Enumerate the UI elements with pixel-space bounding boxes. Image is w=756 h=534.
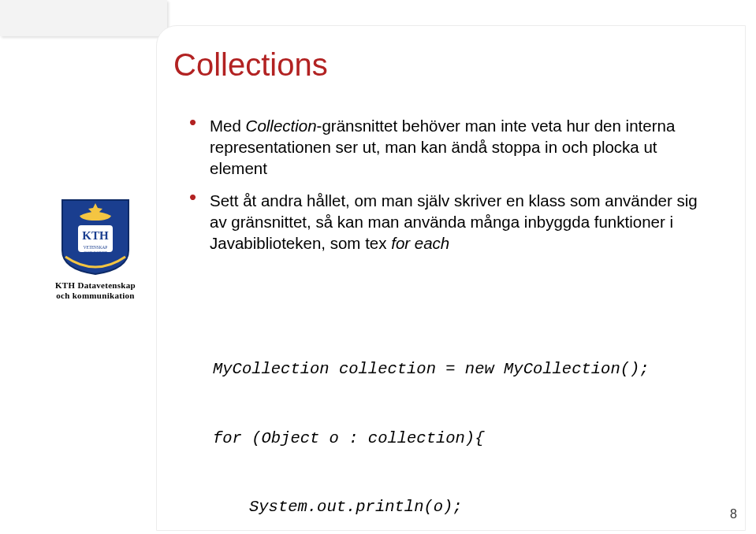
kth-dept-line1: KTH Datavetenskap: [49, 280, 142, 291]
code-block: MyCollection collection = new MyCollecti…: [213, 312, 650, 534]
kth-dept-line2: och kommunikation: [49, 291, 142, 301]
kth-logo: KTH VETENSKAP OCH KONST KTH Datavetenska…: [49, 194, 142, 302]
svg-text:VETENSKAP: VETENSKAP: [84, 245, 107, 250]
slide-title: Collections: [173, 47, 328, 83]
bullet-text-em: Collection: [246, 117, 317, 135]
bullet-text-pre: Sett åt andra hållet, om man själv skriv…: [210, 191, 698, 252]
bullet-item: Sett åt andra hållet, om man själv skriv…: [189, 190, 709, 254]
bullet-list: Med Collection-gränsnittet behöver man i…: [189, 115, 709, 265]
code-line: System.out.println(o);: [213, 495, 650, 518]
page-number: 8: [730, 507, 737, 521]
kth-crest-icon: KTH VETENSKAP OCH KONST: [54, 194, 136, 276]
slide: Collections Med Collection-gränsnittet b…: [0, 0, 756, 534]
svg-text:KTH: KTH: [82, 229, 109, 242]
code-line: for (Object o : collection){: [213, 427, 650, 450]
svg-text:OCH KONST: OCH KONST: [84, 250, 107, 255]
code-line: MyCollection collection = new MyCollecti…: [213, 358, 650, 380]
bullet-text-pre: Med: [210, 117, 246, 135]
bullet-text-em: for each: [391, 234, 449, 252]
kth-department-label: KTH Datavetenskap och kommunikation: [49, 280, 142, 302]
bullet-item: Med Collection-gränsnittet behöver man i…: [189, 115, 709, 179]
top-grey-bar: [0, 0, 167, 36]
